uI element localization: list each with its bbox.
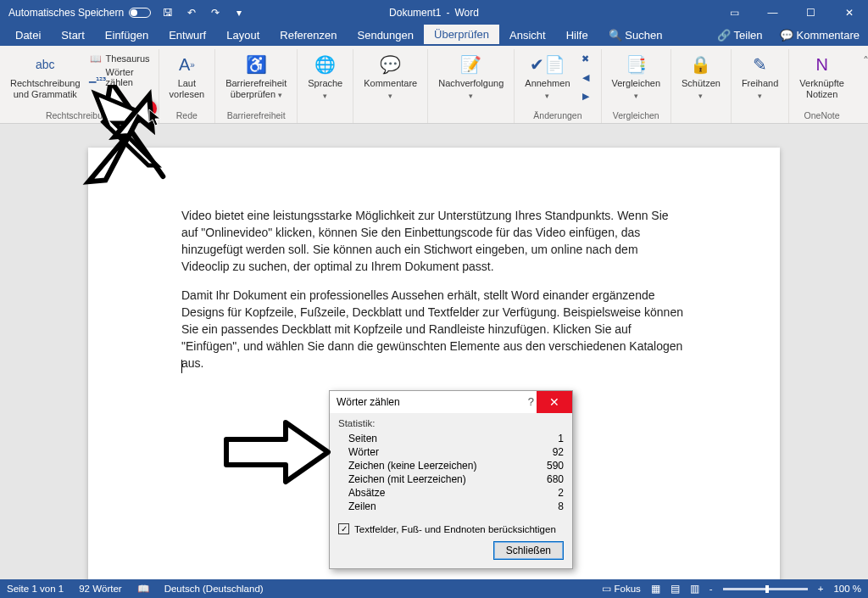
read-aloud-button[interactable]: A» Lautvorlesen (164, 49, 210, 102)
tab-ansicht[interactable]: Ansicht (499, 25, 556, 45)
save-icon[interactable]: 🖫 (161, 6, 175, 20)
window-controls: ▭ — ☐ ✕ (715, 0, 868, 25)
app-name: Word (454, 7, 478, 19)
group-comments: 💬 Kommentare (353, 49, 428, 123)
status-wordcount[interactable]: 92 Wörter (79, 584, 122, 594)
onenote-icon: N (815, 51, 827, 78)
spelling-grammar-button[interactable]: abc Rechtschreibungund Grammatik (5, 49, 86, 102)
view-web-icon[interactable]: ▥ (690, 583, 699, 595)
zoom-level[interactable]: 100 % (833, 584, 861, 594)
stat-label: Wörter (348, 446, 379, 458)
group-ink: ✎ Freihand (732, 49, 789, 123)
protect-button[interactable]: 🔒 Schützen (676, 49, 726, 103)
stat-label: Seiten (348, 433, 377, 444)
share-button[interactable]: 🔗 Teilen (709, 25, 771, 45)
next-change-button[interactable]: ▶ (576, 87, 596, 105)
tab-ueberpruefen[interactable]: Überprüfen (424, 25, 499, 46)
redo-icon[interactable]: ↷ (209, 6, 222, 20)
group-tracking: 📝 Nachverfolgung (428, 49, 515, 123)
ink-button[interactable]: ✎ Freihand (737, 49, 783, 103)
tracking-button[interactable]: 📝 Nachverfolgung (433, 49, 509, 103)
stat-label: Zeilen (348, 500, 376, 512)
window-title: Dokument1 - Word (389, 7, 479, 19)
stat-row: Zeilen8 (338, 500, 564, 513)
zoom-slider[interactable] (723, 588, 808, 590)
tab-einfuegen[interactable]: Einfügen (95, 25, 159, 45)
word-count-dialog: Wörter zählen ? ✕ Statistik: Seiten1Wört… (329, 390, 573, 569)
accept-button[interactable]: ✔📄 Annehmen (520, 49, 575, 103)
compare-button[interactable]: 📑 Vergleichen (607, 49, 666, 103)
stat-label: Zeichen (mit Leerzeichen) (348, 473, 466, 485)
comments-ribbon-button[interactable]: 💬 Kommentare (359, 49, 422, 103)
tab-sendungen[interactable]: Sendungen (348, 25, 425, 45)
stat-row: Absätze2 (338, 486, 564, 500)
dialog-close-icon[interactable]: ✕ (537, 391, 572, 413)
maximize-icon[interactable]: ☐ (792, 0, 830, 25)
tab-start[interactable]: Start (51, 25, 94, 45)
next-icon: ▶ (579, 91, 593, 102)
group-onenote: N VerknüpfteNotizen OneNote (789, 49, 854, 123)
paragraph: Video bietet eine leistungsstarke Möglic… (181, 207, 687, 275)
tab-entwurf[interactable]: Entwurf (159, 25, 216, 45)
tracking-icon: 📝 (460, 51, 481, 78)
text-cursor (181, 360, 182, 373)
linked-notes-button[interactable]: N VerknüpfteNotizen (794, 49, 849, 102)
group-accessibility: ♿ Barrierefreiheitüberprüfen Barrierefre… (215, 49, 298, 123)
prev-change-button[interactable]: ◀ (576, 68, 596, 87)
checkbox-label: Textfelder, Fuß- und Endnoten berücksich… (354, 524, 556, 534)
tab-layout[interactable]: Layout (216, 25, 270, 45)
view-readmode-icon[interactable]: ▦ (651, 583, 660, 595)
checkbox-checked-icon[interactable]: ✓ (338, 523, 349, 534)
close-icon[interactable]: ✕ (830, 0, 868, 25)
qat-customize-icon[interactable]: ▾ (232, 6, 246, 20)
group-header: Statistik: (338, 418, 564, 428)
language-button[interactable]: 🌐 Sprache (303, 49, 348, 103)
focus-mode-button[interactable]: ▭ Fokus (602, 583, 641, 595)
thesaurus-button[interactable]: 📖Thesaurus (86, 49, 153, 68)
zoom-in-icon[interactable]: + (818, 584, 824, 594)
dialog-title: Wörter zählen (337, 396, 400, 408)
search-tab[interactable]: 🔍 Suchen (598, 25, 673, 45)
compare-icon: 📑 (626, 51, 647, 78)
status-proofing-icon[interactable]: 📖 (137, 583, 149, 595)
reject-button[interactable]: ✖ (576, 49, 596, 68)
stat-row: Zeichen (mit Leerzeichen)680 (338, 472, 564, 486)
comment-icon: 💬 (380, 51, 401, 78)
dialog-stats-group: Statistik: Seiten1Wörter92Zeichen (keine… (330, 413, 572, 520)
stat-row: Wörter92 (338, 445, 564, 459)
tab-referenzen[interactable]: Referenzen (270, 25, 347, 45)
status-language[interactable]: Deutsch (Deutschland) (164, 584, 264, 594)
view-print-icon[interactable]: ▤ (670, 583, 680, 595)
ribbon-tabs: Datei Start Einfügen Entwurf Layout Refe… (0, 25, 868, 46)
title-bar: Automatisches Speichern 🖫 ↶ ↷ ▾ Dokument… (0, 0, 868, 25)
group-language: 🌐 Sprache (298, 49, 353, 123)
accept-icon: ✔📄 (530, 51, 565, 78)
accessibility-check-button[interactable]: ♿ Barrierefreiheitüberprüfen (220, 49, 292, 103)
undo-icon[interactable]: ↶ (185, 6, 198, 20)
tab-datei[interactable]: Datei (5, 25, 51, 45)
group-spelling: abc Rechtschreibungund Grammatik 📖Thesau… (0, 49, 159, 123)
include-textboxes-checkbox[interactable]: ✓ Textfelder, Fuß- und Endnoten berücksi… (330, 520, 572, 534)
tab-hilfe[interactable]: Hilfe (556, 25, 598, 45)
stat-row: Zeichen (keine Leerzeichen)590 (338, 459, 564, 472)
ribbon-display-icon[interactable]: ▭ (715, 0, 754, 25)
group-changes: ✔📄 Annehmen ✖ ◀ ▶ Änderungen (515, 49, 601, 123)
dialog-title-bar[interactable]: Wörter zählen ? ✕ (330, 391, 572, 413)
highlight-marker (140, 100, 157, 117)
toggle-off-icon[interactable] (129, 8, 151, 18)
help-icon[interactable]: ? (528, 395, 534, 408)
zoom-out-icon[interactable]: - (709, 584, 713, 594)
word-count-button[interactable]: ▁₁₂₃Wörter zählen (86, 68, 153, 87)
accessibility-icon: ♿ (246, 51, 267, 78)
autosave-label: Automatisches Speichern (8, 7, 124, 19)
stat-label: Absätze (348, 487, 385, 499)
stat-value: 680 (547, 473, 564, 485)
minimize-icon[interactable]: — (754, 0, 792, 25)
stat-value: 2 (558, 487, 564, 499)
ribbon: abc Rechtschreibungund Grammatik 📖Thesau… (0, 46, 868, 124)
collapse-ribbon-icon[interactable]: ˄ (854, 49, 868, 123)
status-page[interactable]: Seite 1 von 1 (7, 584, 64, 594)
dialog-close-button[interactable]: Schließen (493, 541, 564, 560)
autosave-toggle[interactable]: Automatisches Speichern (0, 7, 151, 19)
comments-button[interactable]: 💬 Kommentare (771, 25, 868, 45)
